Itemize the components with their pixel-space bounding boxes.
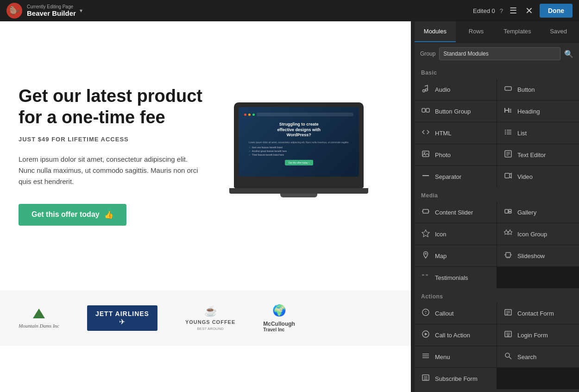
tab-modules[interactable]: Modules — [415, 21, 456, 42]
separator-icon — [421, 171, 430, 182]
laptop-url-bar — [257, 113, 353, 116]
mountain-icon — [32, 308, 46, 319]
top-bar-actions: Edited 0 ? ☰ ✕ Done — [473, 3, 573, 18]
svg-point-59 — [505, 353, 510, 357]
contact-form-icon — [503, 308, 513, 318]
laptop-mockup: Struggling to createeffective designs wi… — [225, 102, 373, 209]
done-button[interactable]: Done — [540, 4, 573, 18]
panel-content: Basic Audio — [415, 65, 579, 392]
search-icon[interactable]: 🔍 — [564, 50, 573, 58]
airlines-name: JETT AIRLINES — [95, 310, 149, 317]
module-login-form-label: Login Form — [517, 332, 548, 339]
laptop-cta-button[interactable]: Get this offer today › — [285, 160, 313, 165]
hero-cta-label: Get this offer today — [31, 210, 100, 219]
page-wrapper: Get our latest product for a one-time fe… — [0, 21, 579, 392]
module-slideshow[interactable]: Slideshow — [497, 245, 579, 266]
html-icon — [421, 128, 430, 138]
text-editor-icon — [503, 150, 513, 160]
subscribe-form-icon — [421, 373, 430, 384]
module-list[interactable]: List — [497, 122, 579, 144]
svg-marker-34 — [508, 230, 512, 234]
group-select[interactable]: Standard Modules — [439, 47, 560, 60]
svg-rect-25 — [505, 173, 510, 178]
logo-mccullough-travel: 🌍 McCullough Travel Inc — [263, 304, 295, 332]
hero-title: Get our latest product for a one-time fe… — [19, 86, 206, 128]
module-content-slider-label: Content Slider — [435, 209, 473, 216]
button-group-icon — [421, 106, 430, 116]
tab-saved[interactable]: Saved — [538, 21, 579, 42]
edited-status: Edited 0 — [473, 7, 495, 14]
module-html-label: HTML — [435, 130, 451, 137]
svg-rect-3 — [505, 87, 511, 90]
heading-icon — [503, 106, 513, 116]
logos-section: Mountain Dams Inc JETT AIRLINES ✈ ☕ YOUN… — [0, 290, 411, 346]
panel-search-bar: Group Standard Modules 🔍 — [415, 43, 579, 65]
module-login-form[interactable]: Login Form — [497, 324, 579, 346]
close-icon[interactable]: ✕ — [523, 3, 535, 18]
module-contact-form[interactable]: Contact Form — [497, 303, 579, 324]
svg-rect-4 — [422, 108, 425, 112]
logo-jett-airlines: JETT AIRLINES ✈ — [87, 305, 157, 331]
module-search[interactable]: Search — [497, 346, 579, 367]
globe-icon: 🌍 — [272, 304, 286, 317]
basic-grid: Audio Button — [415, 79, 579, 187]
module-icon-label: Icon — [435, 231, 447, 238]
help-icon[interactable]: ? — [500, 7, 503, 14]
hero-cta-button[interactable]: Get this offer today 👍 — [19, 204, 126, 226]
modules-panel: Modules Rows Templates Saved Group Stand… — [415, 21, 579, 392]
module-text-editor[interactable]: Text Editor — [497, 144, 579, 165]
module-icon[interactable]: Icon — [415, 223, 497, 245]
title-chevron-icon[interactable]: ▾ — [80, 7, 82, 14]
call-to-action-icon — [421, 330, 430, 340]
module-menu-label: Menu — [435, 354, 450, 360]
module-html[interactable]: HTML — [415, 122, 497, 144]
laptop-screen-outer: Struggling to createeffective designs wi… — [234, 102, 364, 188]
svg-text:": " — [422, 273, 424, 280]
module-gallery[interactable]: Gallery — [497, 202, 579, 223]
hero-section: Get our latest product for a one-time fe… — [0, 21, 411, 290]
svg-rect-55 — [507, 335, 509, 336]
module-heading[interactable]: Heading — [497, 101, 579, 122]
module-menu[interactable]: Menu — [415, 346, 497, 367]
module-audio[interactable]: Audio — [415, 79, 497, 100]
module-photo[interactable]: Photo — [415, 144, 497, 165]
svg-point-12 — [505, 130, 506, 131]
svg-point-45 — [425, 313, 426, 314]
module-testimonials[interactable]: " " Testimonials — [415, 267, 497, 288]
module-call-to-action[interactable]: Call to Action — [415, 324, 497, 346]
module-slideshow-label: Slideshow — [517, 253, 545, 259]
menu-icon — [421, 352, 430, 362]
module-map-label: Map — [435, 253, 447, 259]
group-label: Group — [420, 51, 435, 57]
module-icon-group[interactable]: Icon Group — [497, 223, 579, 245]
module-subscribe-form[interactable]: Subscribe Form — [415, 368, 497, 389]
svg-line-60 — [509, 357, 511, 359]
module-video[interactable]: Video — [497, 166, 579, 187]
logo-youngs-coffee: ☕ YOUNGS COFFEE BEST AROUND — [185, 305, 235, 331]
svg-rect-30 — [509, 209, 511, 211]
dot-green — [252, 114, 255, 116]
module-map[interactable]: Map — [415, 245, 497, 266]
svg-rect-29 — [505, 209, 508, 213]
svg-point-35 — [425, 253, 427, 254]
section-header-basic: Basic — [415, 65, 579, 79]
callout-icon — [421, 308, 430, 318]
media-grid: Content Slider Gallery — [415, 202, 579, 288]
module-button[interactable]: Button — [497, 79, 579, 100]
actions-grid: Callout Contact Form — [415, 303, 579, 389]
laptop-list: Item one feature benefit listed Another … — [249, 146, 349, 156]
svg-point-16 — [505, 133, 506, 134]
module-content-slider[interactable]: Content Slider — [415, 202, 497, 223]
module-button-group[interactable]: Button Group — [415, 101, 497, 122]
tab-templates[interactable]: Templates — [497, 21, 538, 42]
laptop-screen: Struggling to createeffective designs wi… — [239, 107, 359, 177]
panel-resize-handle[interactable] — [411, 21, 415, 392]
module-callout[interactable]: Callout — [415, 303, 497, 324]
hero-text: Get our latest product for a one-time fe… — [19, 86, 206, 225]
menu-lines-icon[interactable]: ☰ — [508, 4, 519, 18]
module-photo-label: Photo — [435, 152, 451, 158]
icon-group-module-icon — [503, 229, 513, 239]
hero-body: Lorem ipsum dolor sit amet, consectetur … — [19, 154, 206, 187]
tab-rows[interactable]: Rows — [456, 21, 497, 42]
module-separator[interactable]: Separator — [415, 166, 497, 187]
